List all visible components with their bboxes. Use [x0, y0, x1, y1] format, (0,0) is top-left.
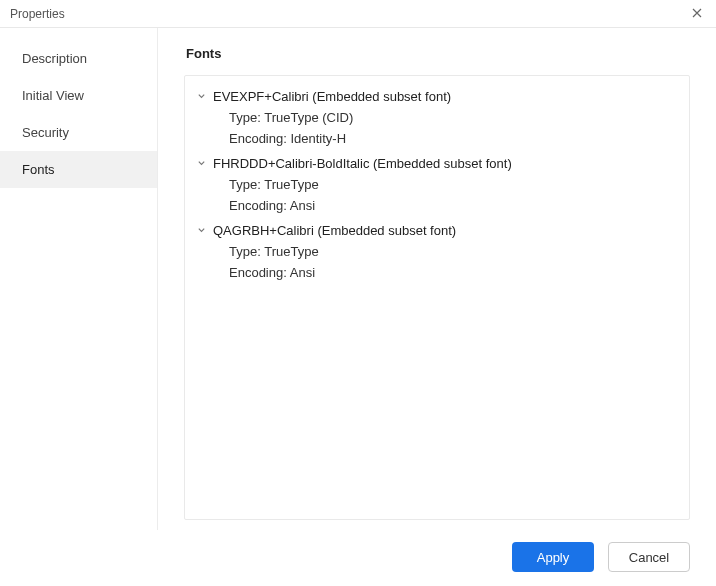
encoding-value: Ansi [290, 198, 315, 213]
type-label: Type: [229, 244, 261, 259]
encoding-label: Encoding: [229, 198, 287, 213]
panel-heading: Fonts [184, 46, 690, 61]
font-toggle[interactable]: QAGRBH+Calibri (Embedded subset font) [189, 220, 685, 241]
chevron-down-icon [195, 91, 207, 103]
chevron-down-icon [195, 158, 207, 170]
chevron-down-icon [195, 225, 207, 237]
font-details: Type: TrueType (CID) Encoding: Identity-… [189, 107, 685, 149]
font-toggle[interactable]: EVEXPF+Calibri (Embedded subset font) [189, 86, 685, 107]
font-encoding: Encoding: Ansi [229, 262, 685, 283]
font-type: Type: TrueType [229, 241, 685, 262]
button-label: Apply [537, 550, 570, 565]
type-value: TrueType [264, 177, 318, 192]
font-details: Type: TrueType Encoding: Ansi [189, 174, 685, 216]
sidebar-item-label: Description [22, 51, 87, 66]
fonts-list: EVEXPF+Calibri (Embedded subset font) Ty… [184, 75, 690, 520]
window-title: Properties [10, 7, 688, 21]
sidebar-item-fonts[interactable]: Fonts [0, 151, 157, 188]
font-toggle[interactable]: FHRDDD+Calibri-BoldItalic (Embedded subs… [189, 153, 685, 174]
font-encoding: Encoding: Ansi [229, 195, 685, 216]
encoding-value: Identity-H [290, 131, 346, 146]
close-icon [692, 7, 702, 21]
font-name: QAGRBH+Calibri (Embedded subset font) [213, 223, 456, 238]
button-label: Cancel [629, 550, 669, 565]
main-panel: Fonts EVEXPF+Calibri (Embedded subset fo… [158, 28, 716, 530]
font-name: FHRDDD+Calibri-BoldItalic (Embedded subs… [213, 156, 512, 171]
close-button[interactable] [688, 5, 706, 23]
encoding-value: Ansi [290, 265, 315, 280]
font-entry: EVEXPF+Calibri (Embedded subset font) Ty… [189, 84, 685, 151]
font-type: Type: TrueType [229, 174, 685, 195]
sidebar: Description Initial View Security Fonts [0, 28, 158, 530]
titlebar: Properties [0, 0, 716, 28]
type-value: TrueType (CID) [264, 110, 353, 125]
font-details: Type: TrueType Encoding: Ansi [189, 241, 685, 283]
cancel-button[interactable]: Cancel [608, 542, 690, 572]
apply-button[interactable]: Apply [512, 542, 594, 572]
encoding-label: Encoding: [229, 265, 287, 280]
type-label: Type: [229, 177, 261, 192]
sidebar-item-label: Security [22, 125, 69, 140]
sidebar-item-label: Initial View [22, 88, 84, 103]
sidebar-item-label: Fonts [22, 162, 55, 177]
dialog-body: Description Initial View Security Fonts … [0, 28, 716, 530]
type-label: Type: [229, 110, 261, 125]
encoding-label: Encoding: [229, 131, 287, 146]
font-entry: FHRDDD+Calibri-BoldItalic (Embedded subs… [189, 151, 685, 218]
type-value: TrueType [264, 244, 318, 259]
font-entry: QAGRBH+Calibri (Embedded subset font) Ty… [189, 218, 685, 285]
font-name: EVEXPF+Calibri (Embedded subset font) [213, 89, 451, 104]
sidebar-item-description[interactable]: Description [0, 40, 157, 77]
footer: Apply Cancel [0, 530, 716, 586]
sidebar-item-initial-view[interactable]: Initial View [0, 77, 157, 114]
font-type: Type: TrueType (CID) [229, 107, 685, 128]
sidebar-item-security[interactable]: Security [0, 114, 157, 151]
font-encoding: Encoding: Identity-H [229, 128, 685, 149]
